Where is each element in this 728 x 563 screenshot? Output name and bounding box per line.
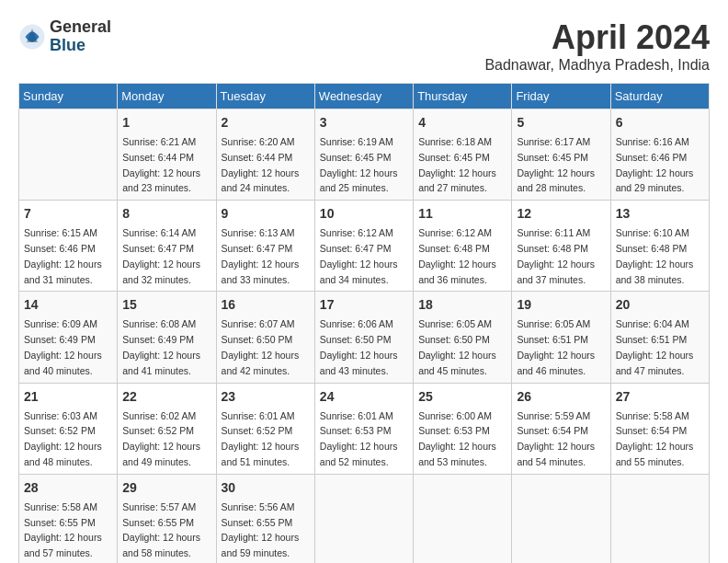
- table-row: 17Sunrise: 6:06 AMSunset: 6:50 PMDayligh…: [314, 292, 413, 383]
- day-number: 19: [517, 295, 605, 315]
- table-row: 11Sunrise: 6:12 AMSunset: 6:48 PMDayligh…: [414, 201, 512, 292]
- day-number: 17: [320, 295, 408, 315]
- calendar-week-row: 21Sunrise: 6:03 AMSunset: 6:52 PMDayligh…: [19, 383, 710, 474]
- day-info: Sunrise: 6:09 AMSunset: 6:49 PMDaylight:…: [24, 316, 112, 378]
- day-number: 11: [418, 204, 506, 224]
- day-info: Sunrise: 6:16 AMSunset: 6:46 PMDaylight:…: [616, 134, 704, 196]
- day-number: 13: [616, 204, 704, 224]
- calendar-header-row: Sunday Monday Tuesday Wednesday Thursday…: [19, 84, 710, 109]
- day-info: Sunrise: 6:03 AMSunset: 6:52 PMDaylight:…: [24, 408, 112, 470]
- col-sunday: Sunday: [19, 84, 118, 109]
- table-row: 13Sunrise: 6:10 AMSunset: 6:48 PMDayligh…: [610, 201, 709, 292]
- table-row: 4Sunrise: 6:18 AMSunset: 6:45 PMDaylight…: [414, 109, 512, 201]
- day-number: 3: [320, 113, 408, 132]
- calendar-week-row: 1Sunrise: 6:21 AMSunset: 6:44 PMDaylight…: [19, 109, 710, 201]
- day-number: 25: [418, 387, 506, 407]
- calendar-table: Sunday Monday Tuesday Wednesday Thursday…: [18, 83, 710, 563]
- day-info: Sunrise: 5:58 AMSunset: 6:55 PMDaylight:…: [24, 500, 112, 561]
- day-info: Sunrise: 6:15 AMSunset: 6:46 PMDaylight:…: [24, 225, 112, 287]
- day-number: 5: [517, 113, 605, 132]
- location-title: Badnawar, Madhya Pradesh, India: [484, 57, 710, 74]
- logo-icon: [18, 23, 46, 51]
- day-info: Sunrise: 6:19 AMSunset: 6:45 PMDaylight:…: [320, 134, 408, 196]
- logo: General Blue: [18, 18, 111, 55]
- table-row: [414, 474, 512, 563]
- table-row: 18Sunrise: 6:05 AMSunset: 6:50 PMDayligh…: [414, 292, 512, 383]
- day-number: 8: [122, 204, 210, 224]
- day-info: Sunrise: 6:12 AMSunset: 6:47 PMDaylight:…: [320, 225, 408, 287]
- table-row: [512, 474, 610, 563]
- day-number: 29: [122, 478, 210, 498]
- day-number: 20: [616, 295, 704, 315]
- table-row: 30Sunrise: 5:56 AMSunset: 6:55 PMDayligh…: [216, 474, 314, 563]
- col-friday: Friday: [512, 84, 610, 109]
- day-number: 14: [24, 295, 112, 315]
- day-info: Sunrise: 5:56 AMSunset: 6:55 PMDaylight:…: [222, 500, 310, 561]
- day-number: 2: [222, 113, 310, 132]
- day-number: 26: [517, 387, 605, 407]
- day-info: Sunrise: 6:04 AMSunset: 6:51 PMDaylight:…: [616, 316, 704, 378]
- table-row: 5Sunrise: 6:17 AMSunset: 6:45 PMDaylight…: [512, 109, 610, 201]
- day-number: 10: [320, 204, 408, 224]
- day-info: Sunrise: 6:07 AMSunset: 6:50 PMDaylight:…: [222, 316, 310, 378]
- day-info: Sunrise: 6:21 AMSunset: 6:44 PMDaylight:…: [122, 134, 210, 196]
- table-row: 26Sunrise: 5:59 AMSunset: 6:54 PMDayligh…: [512, 383, 610, 474]
- table-row: 28Sunrise: 5:58 AMSunset: 6:55 PMDayligh…: [19, 474, 118, 563]
- day-number: 21: [24, 387, 112, 407]
- calendar-week-row: 28Sunrise: 5:58 AMSunset: 6:55 PMDayligh…: [19, 474, 710, 563]
- day-info: Sunrise: 6:05 AMSunset: 6:50 PMDaylight:…: [418, 316, 506, 378]
- day-number: 7: [24, 204, 112, 224]
- table-row: 22Sunrise: 6:02 AMSunset: 6:52 PMDayligh…: [118, 383, 216, 474]
- table-row: 16Sunrise: 6:07 AMSunset: 6:50 PMDayligh…: [216, 292, 314, 383]
- day-info: Sunrise: 5:59 AMSunset: 6:54 PMDaylight:…: [517, 408, 605, 470]
- table-row: 27Sunrise: 5:58 AMSunset: 6:54 PMDayligh…: [610, 383, 709, 474]
- day-number: 23: [222, 387, 310, 407]
- day-info: Sunrise: 6:00 AMSunset: 6:53 PMDaylight:…: [418, 408, 506, 470]
- day-info: Sunrise: 6:01 AMSunset: 6:52 PMDaylight:…: [222, 408, 310, 470]
- day-info: Sunrise: 6:17 AMSunset: 6:45 PMDaylight:…: [517, 134, 605, 196]
- day-info: Sunrise: 6:05 AMSunset: 6:51 PMDaylight:…: [517, 316, 605, 378]
- day-info: Sunrise: 6:12 AMSunset: 6:48 PMDaylight:…: [418, 225, 506, 287]
- table-row: [610, 474, 709, 563]
- day-number: 24: [320, 387, 408, 407]
- col-tuesday: Tuesday: [216, 84, 314, 109]
- table-row: 12Sunrise: 6:11 AMSunset: 6:48 PMDayligh…: [512, 201, 610, 292]
- day-number: 1: [122, 113, 210, 132]
- day-info: Sunrise: 5:58 AMSunset: 6:54 PMDaylight:…: [616, 408, 704, 470]
- col-monday: Monday: [118, 84, 216, 109]
- logo-text: General Blue: [50, 18, 111, 55]
- calendar-week-row: 7Sunrise: 6:15 AMSunset: 6:46 PMDaylight…: [19, 201, 710, 292]
- day-number: 27: [616, 387, 704, 407]
- day-number: 4: [418, 113, 506, 132]
- col-wednesday: Wednesday: [314, 84, 413, 109]
- day-info: Sunrise: 6:06 AMSunset: 6:50 PMDaylight:…: [320, 316, 408, 378]
- day-number: 30: [222, 478, 310, 498]
- day-info: Sunrise: 6:13 AMSunset: 6:47 PMDaylight:…: [222, 225, 310, 287]
- calendar-week-row: 14Sunrise: 6:09 AMSunset: 6:49 PMDayligh…: [19, 292, 710, 383]
- table-row: 19Sunrise: 6:05 AMSunset: 6:51 PMDayligh…: [512, 292, 610, 383]
- table-row: 6Sunrise: 6:16 AMSunset: 6:46 PMDaylight…: [610, 109, 709, 201]
- day-info: Sunrise: 6:20 AMSunset: 6:44 PMDaylight:…: [222, 134, 310, 196]
- day-number: 28: [24, 478, 112, 498]
- logo-general-text: General: [50, 18, 111, 37]
- table-row: 3Sunrise: 6:19 AMSunset: 6:45 PMDaylight…: [314, 109, 413, 201]
- day-number: 9: [222, 204, 310, 224]
- table-row: 24Sunrise: 6:01 AMSunset: 6:53 PMDayligh…: [314, 383, 413, 474]
- page-header: General Blue April 2024 Badnawar, Madhya…: [18, 18, 710, 74]
- table-row: 21Sunrise: 6:03 AMSunset: 6:52 PMDayligh…: [19, 383, 118, 474]
- title-section: April 2024 Badnawar, Madhya Pradesh, Ind…: [484, 18, 710, 74]
- table-row: 15Sunrise: 6:08 AMSunset: 6:49 PMDayligh…: [118, 292, 216, 383]
- logo-blue-text: Blue: [50, 37, 111, 55]
- table-row: 25Sunrise: 6:00 AMSunset: 6:53 PMDayligh…: [414, 383, 512, 474]
- day-info: Sunrise: 6:14 AMSunset: 6:47 PMDaylight:…: [122, 225, 210, 287]
- table-row: 20Sunrise: 6:04 AMSunset: 6:51 PMDayligh…: [610, 292, 709, 383]
- day-info: Sunrise: 6:11 AMSunset: 6:48 PMDaylight:…: [517, 225, 605, 287]
- table-row: [314, 474, 413, 563]
- table-row: 10Sunrise: 6:12 AMSunset: 6:47 PMDayligh…: [314, 201, 413, 292]
- day-number: 15: [122, 295, 210, 315]
- col-saturday: Saturday: [610, 84, 709, 109]
- day-info: Sunrise: 6:08 AMSunset: 6:49 PMDaylight:…: [122, 316, 210, 378]
- day-info: Sunrise: 6:10 AMSunset: 6:48 PMDaylight:…: [616, 225, 704, 287]
- table-row: 9Sunrise: 6:13 AMSunset: 6:47 PMDaylight…: [216, 201, 314, 292]
- day-number: 12: [517, 204, 605, 224]
